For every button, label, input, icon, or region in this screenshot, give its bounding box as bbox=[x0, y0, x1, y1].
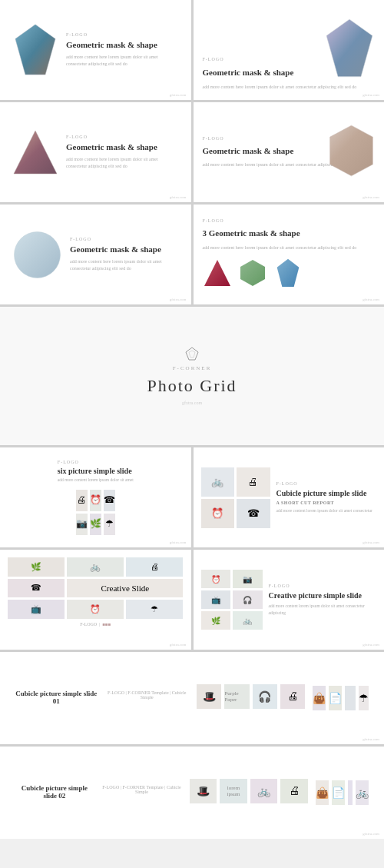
w2-img-6: 📄 bbox=[332, 780, 345, 805]
cub-img-1: 🚲 bbox=[201, 467, 235, 497]
title-2: Geometric mask & shape bbox=[203, 67, 294, 78]
w1-img-7 bbox=[345, 686, 355, 710]
slide-wide-2: Cubicle picture simple slide 02 F-LOGO |… bbox=[0, 747, 384, 839]
svg-marker-23 bbox=[189, 351, 195, 358]
brand-2: F-LOGO bbox=[203, 57, 224, 62]
watermark-2: gfxtra.com bbox=[362, 93, 379, 97]
slide-cubicle-right: 🚲 🖨 ⏰ ☎ F-LOGO Cubicle picture simple sl… bbox=[194, 447, 385, 547]
watermark-crr: gfxtra.com bbox=[362, 643, 379, 647]
svg-rect-21 bbox=[275, 258, 300, 288]
brand-5: F-LOGO bbox=[70, 237, 179, 241]
svg-rect-2 bbox=[14, 23, 57, 77]
w1-img-4: 🖨 bbox=[280, 684, 305, 709]
slide-geometric-1: F-LOGO Geometric mask & shape add more c… bbox=[0, 0, 191, 100]
cr-img-6: 📺 bbox=[8, 600, 65, 619]
wide2-subtitle: F-LOGO | F-CORNER Template | Cubicle Sim… bbox=[101, 785, 182, 794]
body-3: add more content here lorem ipsum dolor … bbox=[66, 156, 179, 170]
w1-img-6: 📄 bbox=[329, 686, 342, 710]
body-6: add more content here lorem ipsum dolor … bbox=[203, 244, 357, 251]
slide-geometric-3: F-LOGO Geometric mask & shape add more c… bbox=[0, 102, 191, 202]
slide-text-5: F-LOGO Geometric mask & shape add more c… bbox=[70, 237, 179, 271]
watermark-cr: gfxtra.com bbox=[170, 643, 187, 647]
wide1-top-row: 🎩 Purple Paper 🎧 🖨 bbox=[197, 684, 305, 709]
crr-img-3: 📺 bbox=[201, 590, 231, 609]
w2-img-7 bbox=[348, 780, 353, 805]
cr-img-3: 🖨 bbox=[126, 557, 183, 577]
watermark-w2: gfxtra.com bbox=[362, 832, 379, 836]
svg-marker-22 bbox=[186, 348, 198, 360]
watermark-1: gfxtra.com bbox=[170, 93, 187, 97]
main-grid: F-LOGO Geometric mask & shape add more c… bbox=[0, 0, 384, 839]
crr-brand: F-LOGO bbox=[269, 584, 377, 588]
slide-text-1: F-LOGO Geometric mask & shape add more c… bbox=[66, 32, 179, 67]
photo-grid-main-title: Photo Grid bbox=[147, 376, 237, 396]
svg-rect-14 bbox=[12, 230, 62, 280]
cub-img-3: ⏰ bbox=[201, 499, 235, 528]
watermark-3: gfxtra.com bbox=[170, 195, 187, 199]
brand-logo-diamond bbox=[185, 347, 199, 361]
svg-rect-8 bbox=[12, 129, 58, 175]
brand-3: F-LOGO bbox=[66, 135, 179, 139]
slide-multi-shape: F-LOGO 3 Geometric mask & shape add more… bbox=[194, 205, 385, 304]
cub-brand: F-LOGO bbox=[276, 481, 372, 486]
brand-1: F-LOGO bbox=[66, 32, 179, 37]
hexagon-shape bbox=[326, 124, 376, 181]
img-cell-2: ⏰ bbox=[90, 490, 101, 511]
cub-img-2: 🖨 bbox=[237, 467, 270, 497]
w1-img-8: ☂ bbox=[359, 686, 369, 710]
six-title: six picture simple slide bbox=[58, 466, 134, 476]
crr-img-5: 🌿 bbox=[201, 611, 231, 630]
title-3: Geometric mask & shape bbox=[66, 141, 179, 152]
slide-creative-left: 🌿 🚲 🖨 ☎ Creative Slide 📺 ⏰ ☂ F-LOGO | ■■… bbox=[0, 550, 191, 650]
w2-img-8: 🚲 bbox=[356, 780, 369, 805]
circle-shape bbox=[12, 230, 62, 280]
cub-title: Cubicle picture simple slide bbox=[276, 488, 372, 498]
body-1: add more content here lorem ipsum dolor … bbox=[66, 54, 179, 68]
crr-text: F-LOGO Creative picture simple slide add… bbox=[269, 584, 377, 616]
cub-img-4: ☎ bbox=[237, 499, 270, 528]
w1-img-2: Purple Paper bbox=[224, 684, 249, 709]
crr-title: Creative picture simple slide bbox=[269, 590, 377, 600]
w2-img-5: 👜 bbox=[316, 780, 329, 805]
small-triangle bbox=[203, 258, 232, 291]
img-cell-5: 🌿 bbox=[90, 514, 101, 535]
six-image-grid: 🖨 ⏰ ☎ 📷 🌿 ☂ bbox=[76, 490, 115, 535]
crr-img-1: ⏰ bbox=[201, 570, 231, 588]
crr-img-6: 🚲 bbox=[233, 611, 263, 630]
cr-img-1: 🌿 bbox=[8, 557, 65, 577]
w1-img-3: 🎧 bbox=[253, 684, 277, 709]
diamond-shape-1 bbox=[12, 23, 58, 77]
watermark-six: gfxtra.com bbox=[170, 540, 187, 544]
creative-grid: 🌿 🚲 🖨 ☎ Creative Slide 📺 ⏰ ☂ bbox=[8, 557, 184, 619]
slide-geometric-4: F-LOGO Geometric mask & shape add more c… bbox=[194, 102, 385, 202]
cr-img-5: Creative Slide bbox=[67, 579, 183, 598]
wide1-subtitle: F-LOGO | F-CORNER Template | Cubicle Sim… bbox=[104, 690, 189, 700]
cr-img-4: ☎ bbox=[8, 579, 65, 598]
triangle-shape bbox=[12, 129, 58, 175]
six-body: add more content lorem ipsum dolor sit a… bbox=[58, 477, 134, 484]
title-5: Geometric mask & shape bbox=[70, 244, 179, 254]
wide1-title: Cubicle picture simple slide 01 bbox=[15, 690, 97, 705]
wide2-title: Cubicle picture simple slide 02 bbox=[15, 784, 94, 800]
brand-6: F-LOGO bbox=[203, 218, 224, 223]
watermark-5: gfxtra.com bbox=[170, 298, 187, 301]
img-cell-6: ☂ bbox=[104, 514, 115, 535]
watermark-4: gfxtra.com bbox=[362, 195, 379, 199]
watermark-cub: gfxtra.com bbox=[362, 540, 379, 544]
w1-img-5: 👜 bbox=[313, 686, 326, 710]
body-5: add more content here lorem ipsum dolor … bbox=[70, 258, 179, 272]
watermark-pg: gfxtra.com bbox=[182, 401, 202, 405]
w2-img-4: 🖨 bbox=[280, 779, 307, 803]
svg-rect-11 bbox=[326, 124, 376, 178]
wide2-top-row: 🎩 lorem ipsum 🚲 🖨 bbox=[190, 779, 308, 803]
watermark-w1: gfxtra.com bbox=[362, 737, 379, 741]
slide-six-picture: F-LOGO six picture simple slide add more… bbox=[0, 447, 191, 547]
slide-text-3: F-LOGO Geometric mask & shape add more c… bbox=[66, 135, 179, 169]
img-cell-3: ☎ bbox=[104, 490, 115, 511]
img-cell-1: 🖨 bbox=[76, 490, 88, 511]
slide-geometric-2: F-LOGO Geometric mask & shape add more c… bbox=[194, 0, 385, 100]
six-brand: F-LOGO bbox=[58, 460, 134, 464]
cub-body: add more content lorem ipsum dolor sit a… bbox=[276, 507, 372, 514]
cubicle-text: F-LOGO Cubicle picture simple slide A SH… bbox=[276, 481, 372, 514]
w2-img-2: lorem ipsum bbox=[220, 779, 247, 803]
